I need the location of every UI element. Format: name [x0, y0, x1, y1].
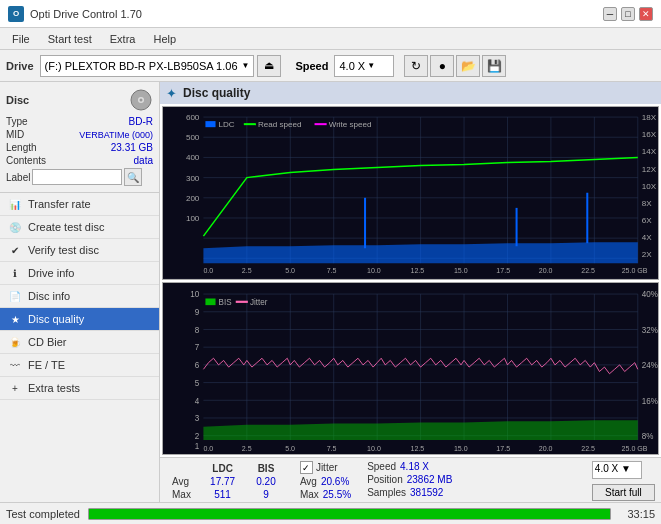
svg-text:32%: 32% — [642, 324, 658, 334]
status-time: 33:15 — [627, 508, 655, 520]
sidebar-item-cd-bier[interactable]: 🍺 CD Bier — [0, 331, 159, 354]
app-title: Opti Drive Control 1.70 — [30, 8, 142, 20]
avg-bis: 0.20 — [248, 476, 284, 487]
svg-text:6X: 6X — [642, 216, 652, 225]
disc-type-row: Type BD-R — [6, 116, 153, 127]
svg-text:20.0: 20.0 — [539, 267, 553, 274]
svg-rect-52 — [205, 121, 215, 127]
svg-text:20.0: 20.0 — [539, 443, 553, 452]
speed-select-small[interactable]: 4.0 X ▼ — [592, 461, 642, 479]
nav-label-cd-bier: CD Bier — [28, 336, 67, 348]
speed-stat-value: 4.18 X — [400, 461, 429, 472]
svg-text:15.0: 15.0 — [454, 267, 468, 274]
chart-header: ✦ Disc quality — [160, 82, 661, 104]
jitter-checkbox[interactable]: ✓ — [300, 461, 313, 474]
col-header-bis: BIS — [248, 463, 284, 474]
speed-dropdown[interactable]: 4.0 X ▼ — [334, 55, 394, 77]
sidebar-item-transfer-rate[interactable]: 📊 Transfer rate — [0, 193, 159, 216]
svg-text:7.5: 7.5 — [327, 267, 337, 274]
create-test-disc-icon: 💿 — [8, 220, 22, 234]
svg-text:0.0: 0.0 — [203, 443, 213, 452]
svg-text:18X: 18X — [642, 113, 657, 122]
jitter-avg-row: Avg 20.6% — [300, 476, 351, 487]
svg-text:15.0: 15.0 — [454, 443, 468, 452]
mid-value: VERBATIMe (000) — [79, 130, 153, 140]
sidebar-item-verify-test-disc[interactable]: ✔ Verify test disc — [0, 239, 159, 262]
sidebar-item-disc-info[interactable]: 📄 Disc info — [0, 285, 159, 308]
open-button[interactable]: 📂 — [456, 55, 480, 77]
svg-text:9: 9 — [195, 306, 200, 316]
speed-stat-row: Speed 4.18 X — [367, 461, 452, 472]
disc-header: Disc — [6, 88, 153, 112]
start-full-button[interactable]: Start full — [592, 484, 655, 501]
nav-label-transfer-rate: Transfer rate — [28, 198, 91, 210]
svg-text:BIS: BIS — [219, 296, 232, 306]
bottom-chart: 10 9 8 7 6 5 4 3 2 1 40% 32% 24% — [162, 282, 659, 456]
drivebar: Drive (F:) PLEXTOR BD-R PX-LB950SA 1.06 … — [0, 50, 661, 82]
svg-text:10.0: 10.0 — [367, 443, 381, 452]
svg-text:5.0: 5.0 — [285, 267, 295, 274]
label-search-button[interactable]: 🔍 — [124, 168, 142, 186]
drive-info-icon: ℹ — [8, 266, 22, 280]
status-text: Test completed — [6, 508, 80, 520]
speed-chevron-icon: ▼ — [367, 61, 375, 70]
minimize-button[interactable]: ─ — [603, 7, 617, 21]
svg-text:25.0 GB: 25.0 GB — [622, 267, 648, 274]
maximize-button[interactable]: □ — [621, 7, 635, 21]
fe-te-icon: 〰 — [8, 358, 22, 372]
speed-select-chevron-icon: ▼ — [621, 463, 631, 474]
svg-text:17.5: 17.5 — [496, 267, 510, 274]
sidebar-item-disc-quality[interactable]: ★ Disc quality — [0, 308, 159, 331]
jitter-max-row: Max 25.5% — [300, 489, 351, 500]
save-button[interactable]: 💾 — [482, 55, 506, 77]
sidebar-item-extra-tests[interactable]: + Extra tests — [0, 377, 159, 400]
speed-stat-label: Speed — [367, 461, 396, 472]
menu-file[interactable]: File — [4, 31, 38, 47]
svg-text:8: 8 — [195, 324, 200, 334]
label-key: Label — [6, 172, 30, 183]
menu-start-test[interactable]: Start test — [40, 31, 100, 47]
svg-text:40%: 40% — [642, 289, 658, 299]
svg-text:25.0 GB: 25.0 GB — [622, 443, 648, 452]
menu-help[interactable]: Help — [145, 31, 184, 47]
type-label: Type — [6, 116, 28, 127]
sidebar-item-drive-info[interactable]: ℹ Drive info — [0, 262, 159, 285]
jitter-section: ✓ Jitter Avg 20.6% Max 25.5% — [300, 461, 351, 500]
titlebar: O Opti Drive Control 1.70 ─ □ ✕ — [0, 0, 661, 28]
progress-bar-container — [88, 508, 611, 520]
nav-label-drive-info: Drive info — [28, 267, 74, 279]
length-label: Length — [6, 142, 37, 153]
svg-text:600: 600 — [186, 113, 200, 122]
disc-info-icon: 📄 — [8, 289, 22, 303]
contents-value: data — [134, 155, 153, 166]
chart-title: Disc quality — [183, 86, 250, 100]
max-ldc: 511 — [199, 489, 246, 500]
label-input[interactable] — [32, 169, 122, 185]
speed-select-value: 4.0 X — [595, 463, 618, 474]
close-button[interactable]: ✕ — [639, 7, 653, 21]
svg-text:4X: 4X — [642, 233, 652, 242]
svg-text:12X: 12X — [642, 165, 657, 174]
svg-text:500: 500 — [186, 133, 200, 142]
menu-extra[interactable]: Extra — [102, 31, 144, 47]
svg-text:12.5: 12.5 — [411, 267, 425, 274]
svg-text:17.5: 17.5 — [496, 443, 510, 452]
charts-container: 600 500 400 300 200 100 18X 16X 14X 12X … — [160, 104, 661, 457]
drive-dropdown[interactable]: (F:) PLEXTOR BD-R PX-LB950SA 1.06 ▼ — [40, 55, 255, 77]
svg-text:LDC: LDC — [219, 120, 235, 129]
svg-text:5: 5 — [195, 377, 200, 387]
nav-label-disc-info: Disc info — [28, 290, 70, 302]
svg-text:7: 7 — [195, 342, 200, 352]
verify-test-disc-icon: ✔ — [8, 243, 22, 257]
sidebar-item-create-test-disc[interactable]: 💿 Create test disc — [0, 216, 159, 239]
sidebar-item-fe-te[interactable]: 〰 FE / TE — [0, 354, 159, 377]
svg-text:8X: 8X — [642, 199, 652, 208]
svg-text:24%: 24% — [642, 359, 658, 369]
extra-tests-icon: + — [8, 381, 22, 395]
refresh-button[interactable]: ↻ — [404, 55, 428, 77]
progress-bar-fill — [89, 509, 610, 519]
record-button[interactable]: ● — [430, 55, 454, 77]
eject-button[interactable]: ⏏ — [257, 55, 281, 77]
speed-label: Speed — [295, 60, 328, 72]
nav-label-disc-quality: Disc quality — [28, 313, 84, 325]
